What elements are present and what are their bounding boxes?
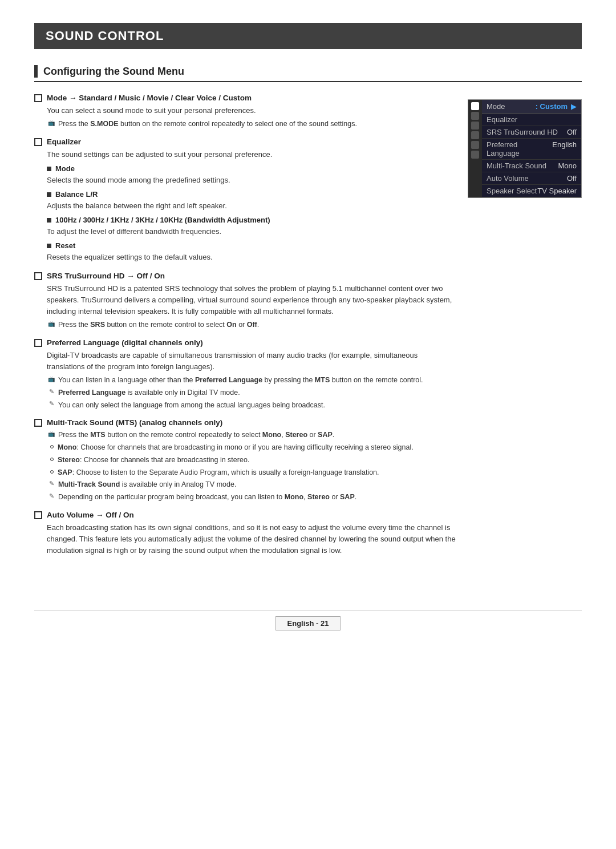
section-equalizer: Equalizer The sound settings can be adju… <box>34 138 456 264</box>
menu-mode-label: Mode <box>487 102 536 111</box>
lang-note-2: Preferred Language is available only in … <box>47 387 456 398</box>
note-icon-mts-2 <box>47 492 56 500</box>
sub-mode-text: Selects the sound mode among the predefi… <box>47 175 456 186</box>
menu-icon-sound <box>471 102 479 110</box>
av-heading: Auto Volume → Off / On <box>47 511 134 519</box>
checkbox-icon <box>34 94 42 102</box>
sub-balance: Balance L/R <box>47 190 456 199</box>
note-icon-lang-3 <box>47 400 56 408</box>
sub-reset: Reset <box>47 241 456 250</box>
menu-panel: Mode : Custom ▶ Equalizer SRS TruSurroun… <box>468 99 582 198</box>
remote-icon <box>47 119 56 127</box>
page-title: SOUND CONTROL <box>34 23 582 49</box>
note-icon-mts-1 <box>47 479 56 487</box>
mts-bullet-sap: SAP: Choose to listen to the Separate Au… <box>50 467 456 478</box>
checkbox-icon-lang <box>34 339 42 347</box>
footer-box: English - 21 <box>275 616 341 630</box>
sub-reset-text: Resets the equalizer settings to the def… <box>47 252 456 263</box>
mts-note-1: Press the MTS button on the remote contr… <box>47 430 456 440</box>
mode-heading: Mode → Standard / Music / Movie / Clear … <box>47 94 252 102</box>
mts-bullet-stereo: Stereo: Choose for channels that are bro… <box>50 455 456 466</box>
remote-icon-mts <box>47 430 56 438</box>
bullet-circle-stereo <box>50 458 54 461</box>
menu-arrow-icon: ▶ <box>571 102 577 111</box>
checkbox-icon-srs <box>34 272 42 280</box>
lang-note-1: You can listen in a language other than … <box>47 375 456 386</box>
remote-icon-srs <box>47 320 56 328</box>
mode-body: You can select a sound mode to suit your… <box>47 105 456 116</box>
bullet-circle-mono <box>50 445 54 448</box>
sub-bandwidth-text: To adjust the level of different bandwid… <box>47 226 456 237</box>
menu-icon-2 <box>471 122 479 130</box>
icon-column <box>468 100 482 197</box>
mts-extra-note-2: Depending on the particular program bein… <box>47 492 456 503</box>
mode-note-1: Press the S.MODE button on the remote co… <box>47 119 456 130</box>
menu-row-mts: Multi-Track Sound Mono <box>482 160 581 172</box>
checkbox-icon-av <box>34 511 42 519</box>
section-preferred-language: Preferred Language (digital channels onl… <box>34 338 456 411</box>
menu-row-speaker: Speaker Select TV Speaker <box>482 185 581 197</box>
menu-icon-5 <box>471 151 479 159</box>
bullet-circle-sap <box>50 470 54 474</box>
mts-heading: Multi-Track Sound (MTS) (analog channels… <box>47 418 222 427</box>
menu-content: Mode : Custom ▶ Equalizer SRS TruSurroun… <box>482 100 581 197</box>
side-panel: Mode : Custom ▶ Equalizer SRS TruSurroun… <box>468 94 582 564</box>
section-multi-track: Multi-Track Sound (MTS) (analog channels… <box>34 418 456 503</box>
menu-icon-4 <box>471 141 479 149</box>
sub-mode: Mode <box>47 164 456 173</box>
equalizer-body: The sound settings can be adjusted to su… <box>47 149 456 160</box>
menu-row-srs: SRS TruSurround HD Off <box>482 126 581 139</box>
section-auto-volume: Auto Volume → Off / On Each broadcasting… <box>34 511 456 556</box>
srs-body: SRS TruSurround HD is a patented SRS tec… <box>47 283 456 317</box>
lang-note-3: You can only select the language from am… <box>47 400 456 411</box>
footer: English - 21 <box>34 610 582 630</box>
menu-row-auto-vol: Auto Volume Off <box>482 172 581 185</box>
srs-heading: SRS TruSurround HD → Off / On <box>47 272 165 280</box>
note-icon-lang-2 <box>47 387 56 395</box>
footer-text: English - 21 <box>287 619 329 628</box>
section-srs: SRS TruSurround HD → Off / On SRS TruSur… <box>34 272 456 330</box>
remote-icon-lang <box>47 375 56 383</box>
lang-body: Digital-TV broadcasts are capable of sim… <box>47 350 456 373</box>
section-bar-decoration <box>34 65 38 78</box>
menu-icon-3 <box>471 131 479 139</box>
mts-bullet-mono: Mono: Choose for channels that are broad… <box>50 442 456 453</box>
checkbox-icon-mts <box>34 419 42 427</box>
menu-icon-1 <box>471 112 479 120</box>
mts-extra-note-1: Multi-Track Sound is available only in A… <box>47 479 456 490</box>
sub-bandwidth: 100Hz / 300Hz / 1KHz / 3KHz / 10KHz (Ban… <box>47 216 456 224</box>
main-content: Mode → Standard / Music / Movie / Clear … <box>34 94 456 564</box>
content-area: Mode → Standard / Music / Movie / Clear … <box>34 94 582 564</box>
menu-row-lang: Preferred Language English <box>482 139 581 160</box>
lang-heading: Preferred Language (digital channels onl… <box>47 338 203 347</box>
srs-note-1: Press the SRS button on the remote contr… <box>47 320 456 330</box>
checkbox-icon-eq <box>34 138 42 146</box>
menu-row-equalizer: Equalizer <box>482 114 581 126</box>
sub-balance-text: Adjusts the balance between the right an… <box>47 200 456 212</box>
section-mode: Mode → Standard / Music / Movie / Clear … <box>34 94 456 130</box>
menu-mode-value: : Custom <box>536 102 568 111</box>
equalizer-heading: Equalizer <box>47 138 81 146</box>
av-body: Each broadcasting station has its own si… <box>47 522 456 556</box>
section-heading: Configuring the Sound Menu <box>34 65 582 82</box>
menu-mode-row: Mode : Custom ▶ <box>482 100 581 114</box>
